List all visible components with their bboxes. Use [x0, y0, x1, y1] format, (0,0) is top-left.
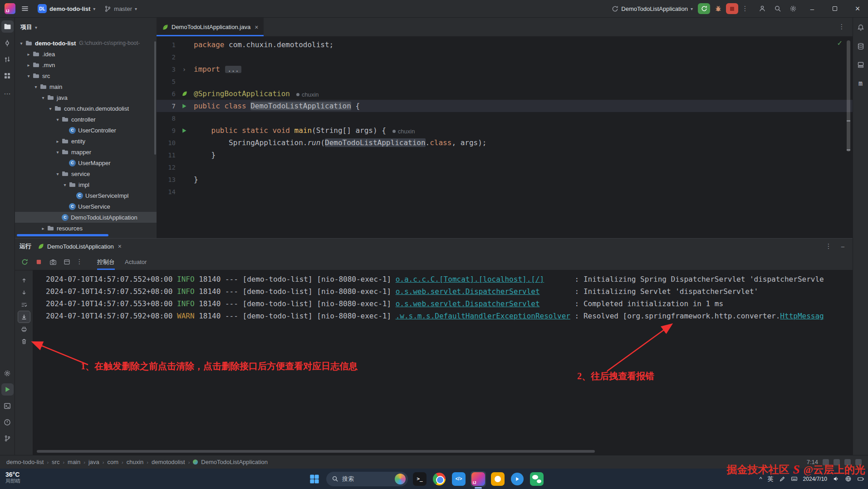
close-tab-icon[interactable]: ×: [118, 243, 122, 250]
tree-item-main[interactable]: ▾main: [15, 81, 157, 92]
taskbar-app-intellij[interactable]: IJ: [471, 471, 486, 487]
breadcrumb-item[interactable]: main: [68, 459, 80, 465]
hide-panel-button[interactable]: –: [841, 243, 844, 250]
breadcrumb-item[interactable]: chuxin: [127, 459, 144, 465]
run-tab[interactable]: DemoTodoListApplication ×: [38, 243, 122, 250]
project-widget[interactable]: DL demo-todo-list ▾: [34, 2, 98, 15]
code-line-6[interactable]: 6@SpringBootApplicationchuxin: [157, 88, 853, 100]
code-line-10[interactable]: 10 SpringApplication.run(DemoTodoListApp…: [157, 137, 853, 149]
settings-button[interactable]: [786, 2, 800, 15]
main-menu-button[interactable]: [18, 2, 32, 15]
fold-gutter-icon[interactable]: ›: [179, 66, 189, 73]
project-panel-header[interactable]: 项目 ▾: [15, 18, 157, 37]
code-line-5[interactable]: 5: [157, 75, 853, 88]
toolwindow-maven-button[interactable]: m: [854, 77, 867, 89]
battery-icon[interactable]: [857, 475, 864, 483]
network-icon[interactable]: [845, 475, 852, 482]
toolwindow-commit-button[interactable]: [1, 37, 14, 49]
run-panel-options-button[interactable]: …: [826, 243, 834, 250]
toolwindow-project-button[interactable]: [1, 20, 14, 33]
toolwindow-settings-button[interactable]: [1, 367, 14, 379]
tree-item-.idea[interactable]: ▸.idea: [15, 49, 157, 59]
taskbar-weather-widget[interactable]: 36°C 局部晴: [5, 471, 20, 484]
breadcrumb-item[interactable]: com: [107, 459, 118, 465]
tab-console[interactable]: 控制台: [97, 254, 115, 270]
tree-item-DemoTodoListApplication[interactable]: CDemoTodoListApplication: [15, 212, 157, 223]
class-link[interactable]: HttpMessag: [780, 312, 824, 320]
speaker-icon[interactable]: [833, 475, 839, 482]
code-line-3[interactable]: 3›import ...: [157, 63, 853, 75]
tree-item-UserMapper[interactable]: CUserMapper: [15, 157, 157, 168]
tree-item-mapper[interactable]: ▾mapper: [15, 147, 157, 157]
breadcrumb-item[interactable]: DemoTodoListApplication: [201, 459, 268, 465]
tray-chevron-icon[interactable]: ^: [760, 475, 762, 482]
breadcrumb-item[interactable]: demotodolist: [152, 459, 185, 465]
logger-link[interactable]: o.s.web.servlet.DispatcherServlet: [396, 287, 540, 296]
tree-item-impl[interactable]: ▾impl: [15, 179, 157, 190]
tree-item-java[interactable]: ▾java: [15, 92, 157, 103]
more-tool-windows-button[interactable]: …: [1, 86, 14, 98]
tree-item-service[interactable]: ▾service: [15, 168, 157, 179]
code-line-1[interactable]: 1package com.chuxin.demotodolist;: [157, 39, 853, 51]
spring-bean-gutter-icon[interactable]: [179, 91, 189, 97]
tree-item-src[interactable]: ▾src: [15, 70, 157, 81]
status-tray-icon[interactable]: [823, 459, 829, 465]
code-line-8[interactable]: 8: [157, 112, 853, 124]
taskbar-search-input[interactable]: 搜索: [326, 472, 408, 486]
logger-link[interactable]: .w.s.m.s.DefaultHandlerExceptionResolver: [396, 312, 570, 320]
status-tray-icon[interactable]: [844, 459, 851, 465]
code-line-12[interactable]: 12: [157, 161, 853, 173]
taskbar-app-wechat[interactable]: [529, 471, 544, 487]
more-options-button[interactable]: …: [75, 256, 87, 268]
clear-console-button[interactable]: [18, 335, 30, 347]
print-button[interactable]: [18, 323, 30, 335]
taskbar-app-toolbox[interactable]: [490, 471, 505, 487]
toolwindow-structure-button[interactable]: [1, 69, 14, 82]
tree-item-demo-todo-list[interactable]: ▾demo-todo-listG:\chuxin-cs\spring-boot-: [15, 38, 157, 49]
toolwindow-pull-requests-button[interactable]: [1, 53, 14, 65]
tree-item-controller[interactable]: ▾controller: [15, 114, 157, 125]
console-settings-button[interactable]: [61, 256, 73, 268]
taskbar-app-chrome[interactable]: [432, 471, 447, 487]
editor-vertical-scrollbar[interactable]: [847, 40, 850, 152]
notifications-button[interactable]: [854, 21, 867, 34]
run-gutter-icon[interactable]: [179, 103, 189, 109]
logger-link[interactable]: o.a.c.c.C.[Tomcat].[localhost].[/]: [396, 275, 544, 284]
status-tray-icon[interactable]: [855, 459, 862, 465]
keyboard-icon[interactable]: [791, 475, 798, 482]
code-line-11[interactable]: 11 }: [157, 149, 853, 161]
toolwindow-dependencies-button[interactable]: [854, 59, 867, 71]
editor-tab[interactable]: DemoTodoListApplication.java ×: [157, 18, 264, 36]
tree-item-UserController[interactable]: CUserController: [15, 125, 157, 136]
breadcrumb-item[interactable]: src: [52, 459, 59, 465]
pen-icon[interactable]: [779, 476, 785, 482]
toolwindow-database-button[interactable]: [854, 40, 867, 52]
code-line-9[interactable]: 9 public static void main(String[] args)…: [157, 124, 853, 137]
tray-date[interactable]: 2024/7/10: [803, 476, 827, 482]
tree-item-entity[interactable]: ▸entity: [15, 136, 157, 147]
tree-item-.mvn[interactable]: ▸.mvn: [15, 59, 157, 70]
run-configuration-selector[interactable]: DemoTodoListApplication ▾: [608, 2, 696, 15]
code-editor[interactable]: 1package com.chuxin.demotodolist;23›impo…: [157, 37, 853, 198]
tab-actuator[interactable]: Actuator: [125, 254, 147, 270]
stop-button[interactable]: [726, 3, 738, 14]
more-run-actions-button[interactable]: …: [740, 2, 754, 15]
minimize-window-button[interactable]: –: [802, 0, 823, 18]
code-line-13[interactable]: 13}: [157, 173, 853, 186]
rerun-button[interactable]: [698, 3, 710, 14]
tree-item-UserServiceImpl[interactable]: CUserServiceImpl: [15, 190, 157, 201]
toolwindow-terminal-button[interactable]: [1, 400, 14, 412]
tree-item-UserService[interactable]: CUserService: [15, 201, 157, 212]
soft-wrap-button[interactable]: [18, 298, 30, 311]
toolwindow-run-button[interactable]: [1, 383, 14, 396]
stop-button[interactable]: [33, 256, 45, 268]
project-horizontal-scrollbar[interactable]: [17, 234, 108, 236]
scroll-down-button[interactable]: [18, 286, 30, 298]
rerun-button[interactable]: [19, 256, 31, 268]
inspections-ok-icon[interactable]: ✓: [837, 39, 843, 47]
tree-item-com.chuxin.demotodolist[interactable]: ▾com.chuxin.demotodolist: [15, 103, 157, 114]
logger-link[interactable]: o.s.web.servlet.DispatcherServlet: [396, 299, 540, 308]
scroll-to-end-button[interactable]: [18, 311, 30, 323]
start-button[interactable]: [307, 471, 322, 487]
close-window-button[interactable]: ×: [847, 0, 868, 18]
